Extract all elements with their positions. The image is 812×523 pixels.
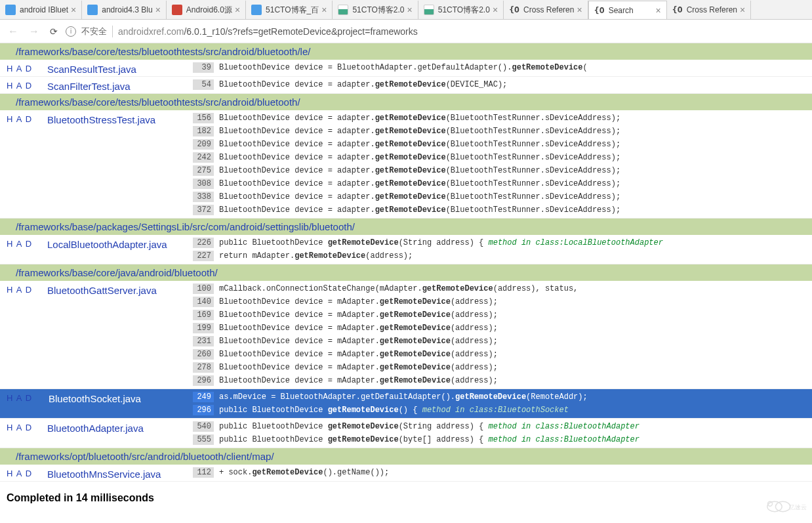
had-a[interactable]: A	[16, 64, 22, 73]
tab-7[interactable]: {OSearch×	[588, 1, 667, 19]
tab-5[interactable]: 51CTO博客2.0×	[418, 1, 504, 19]
had-d[interactable]: D	[26, 393, 31, 403]
code-line[interactable]: 372BluetoothDevice device = adapter.getR…	[193, 203, 812, 217]
close-icon[interactable]: ×	[740, 5, 745, 15]
tab-2[interactable]: Android6.0源×	[167, 1, 246, 19]
code-line[interactable]: 296BluetoothDevice device = mAdapter.get…	[193, 374, 812, 387]
line-number[interactable]: 169	[193, 310, 214, 320]
line-number[interactable]: 540	[193, 421, 214, 432]
code-line[interactable]: 54BluetoothDevice device = adapter.getRe…	[193, 78, 812, 91]
line-number[interactable]: 209	[193, 139, 214, 150]
had-d[interactable]: D	[26, 469, 31, 478]
close-icon[interactable]: ×	[71, 5, 76, 15]
dir-link[interactable]: /frameworks/opt/bluetooth/src/android/bl…	[16, 451, 274, 462]
had-h[interactable]: H	[7, 64, 12, 73]
line-number[interactable]: 555	[193, 434, 214, 445]
had-h[interactable]: H	[7, 423, 12, 432]
file-link[interactable]: BluetoothStressTest.java	[47, 114, 155, 125]
close-icon[interactable]: ×	[321, 5, 327, 15]
code-line[interactable]: 140BluetoothDevice device = mAdapter.get…	[193, 295, 812, 308]
code-line[interactable]: 226public BluetoothDevice getRemoteDevic…	[193, 236, 812, 249]
line-number[interactable]: 278	[193, 362, 214, 373]
code-line[interactable]: 278BluetoothDevice device = mAdapter.get…	[193, 361, 812, 374]
had-h[interactable]: H	[7, 114, 12, 124]
reload-button[interactable]: ⟳	[47, 25, 60, 38]
line-number[interactable]: 39	[193, 62, 214, 73]
code-line[interactable]: 156BluetoothDevice device = adapter.getR…	[193, 112, 812, 125]
code-line[interactable]: 275BluetoothDevice device = adapter.getR…	[193, 164, 812, 177]
had-d[interactable]: D	[26, 239, 31, 249]
forward-button[interactable]: →	[26, 24, 42, 39]
line-number[interactable]: 372	[193, 205, 214, 215]
line-number[interactable]: 140	[193, 297, 214, 307]
tab-8[interactable]: {OCross Referen×	[667, 1, 752, 19]
code-line[interactable]: 100mCallback.onConnectionStateChange(mAd…	[193, 282, 812, 295]
code-line[interactable]: 249as.mDevice = BluetoothAdapter.getDefa…	[193, 390, 812, 404]
code-line[interactable]: 296public BluetoothDevice getRemoteDevic…	[193, 404, 812, 417]
had-a[interactable]: A	[16, 393, 22, 403]
line-number[interactable]: 296	[193, 405, 214, 415]
close-icon[interactable]: ×	[155, 5, 161, 15]
code-line[interactable]: 308BluetoothDevice device = adapter.getR…	[193, 177, 812, 190]
tab-4[interactable]: 51CTO博客2.0×	[333, 1, 418, 19]
line-number[interactable]: 242	[193, 152, 214, 163]
line-number[interactable]: 260	[193, 349, 214, 360]
had-a[interactable]: A	[16, 114, 22, 124]
had-d[interactable]: D	[26, 114, 31, 124]
file-link[interactable]: BluetoothSocket.java	[47, 393, 142, 404]
close-icon[interactable]: ×	[407, 5, 413, 15]
code-line[interactable]: 39BluetoothDevice device = BluetoothAdap…	[193, 61, 812, 74]
had-a[interactable]: A	[16, 469, 22, 478]
line-number[interactable]: 227	[193, 251, 214, 261]
code-line[interactable]: 182BluetoothDevice device = adapter.getR…	[193, 125, 812, 138]
code-line[interactable]: 338BluetoothDevice device = adapter.getR…	[193, 190, 812, 203]
file-link[interactable]: BluetoothMnsService.java	[47, 469, 161, 480]
dir-link[interactable]: /frameworks/base/core/java/android/bluet…	[16, 267, 218, 278]
file-link[interactable]: ScanResultTest.java	[47, 64, 136, 75]
had-a[interactable]: A	[16, 239, 22, 249]
info-icon[interactable]: i	[66, 26, 76, 37]
close-icon[interactable]: ×	[493, 5, 498, 15]
tab-6[interactable]: {OCross Referen×	[504, 1, 588, 19]
code-line[interactable]: 199BluetoothDevice device = mAdapter.get…	[193, 322, 812, 335]
tab-3[interactable]: 51CTO博客_百×	[246, 1, 333, 19]
line-number[interactable]: 100	[193, 283, 214, 294]
line-number[interactable]: 308	[193, 178, 214, 189]
line-number[interactable]: 54	[193, 79, 214, 90]
file-link[interactable]: LocalBluetoothAdapter.java	[47, 239, 167, 250]
dir-link[interactable]: /frameworks/base/core/tests/bluetoothtes…	[16, 46, 310, 57]
line-number[interactable]: 338	[193, 192, 214, 202]
tab-1[interactable]: android4.3 Blu×	[82, 1, 167, 19]
tab-0[interactable]: android IBluet×	[0, 1, 82, 19]
line-number[interactable]: 156	[193, 113, 214, 123]
close-icon[interactable]: ×	[655, 5, 660, 16]
close-icon[interactable]: ×	[577, 5, 582, 15]
line-number[interactable]: 275	[193, 165, 214, 176]
code-line[interactable]: 555public BluetoothDevice getRemoteDevic…	[193, 433, 812, 446]
had-d[interactable]: D	[26, 423, 31, 432]
had-d[interactable]: D	[26, 81, 31, 91]
line-number[interactable]: 199	[193, 323, 214, 333]
code-line[interactable]: 540public BluetoothDevice getRemoteDevic…	[193, 420, 812, 433]
line-number[interactable]: 249	[193, 392, 214, 402]
had-d[interactable]: D	[26, 64, 31, 73]
had-h[interactable]: H	[7, 469, 12, 478]
code-line[interactable]: 231BluetoothDevice device = mAdapter.get…	[193, 335, 812, 348]
code-line[interactable]: 169BluetoothDevice device = mAdapter.get…	[193, 308, 812, 322]
close-icon[interactable]: ×	[235, 5, 240, 15]
had-a[interactable]: A	[16, 285, 22, 295]
file-link[interactable]: ScanFilterTest.java	[47, 81, 131, 92]
file-link[interactable]: BluetoothAdapter.java	[47, 423, 144, 434]
line-number[interactable]: 296	[193, 375, 214, 386]
line-number[interactable]: 231	[193, 336, 214, 346]
had-h[interactable]: H	[7, 393, 12, 403]
dir-link[interactable]: /frameworks/base/packages/SettingsLib/sr…	[16, 221, 355, 232]
line-number[interactable]: 182	[193, 126, 214, 136]
code-line[interactable]: 209BluetoothDevice device = adapter.getR…	[193, 138, 812, 151]
had-a[interactable]: A	[16, 423, 22, 432]
code-line[interactable]: 260BluetoothDevice device = mAdapter.get…	[193, 348, 812, 361]
had-h[interactable]: H	[7, 81, 12, 91]
had-a[interactable]: A	[16, 81, 22, 91]
file-link[interactable]: BluetoothGattServer.java	[47, 285, 157, 296]
line-number[interactable]: 226	[193, 238, 214, 248]
